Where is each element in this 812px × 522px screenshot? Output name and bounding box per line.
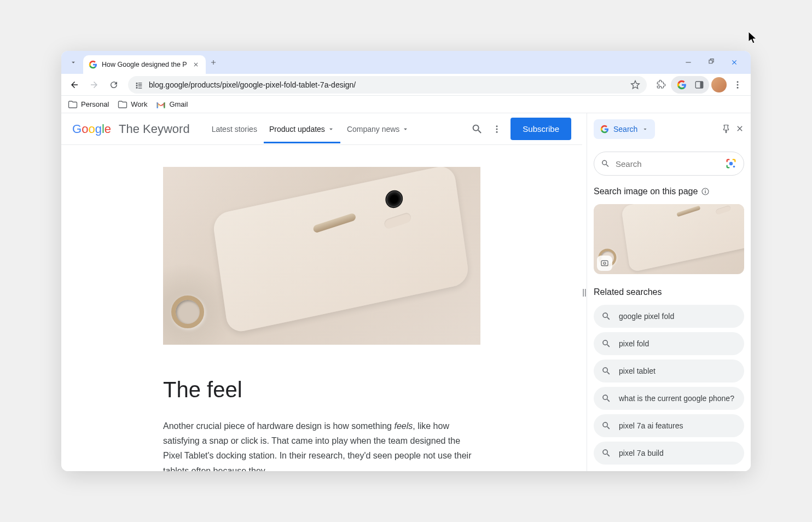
svg-point-8	[496, 131, 498, 132]
site-search-icon[interactable]	[471, 123, 483, 135]
page-image-thumbnail[interactable]	[594, 204, 744, 274]
subscribe-button[interactable]: Subscribe	[511, 118, 571, 140]
maximize-button[interactable]	[705, 56, 718, 69]
tab-close-icon[interactable]	[192, 60, 200, 69]
svg-point-10	[733, 166, 735, 168]
bookmark-star-icon[interactable]	[630, 80, 640, 90]
related-search-item[interactable]: google pixel fold	[594, 305, 744, 328]
search-icon	[601, 339, 611, 349]
google-favicon-icon	[89, 60, 97, 69]
folder-icon	[118, 100, 127, 109]
browser-tab[interactable]: How Google designed the P	[83, 55, 206, 74]
gmail-icon	[156, 101, 166, 108]
related-search-item[interactable]: pixel 7a ai features	[594, 414, 744, 437]
article: The feel Another crucial piece of hardwa…	[163, 145, 480, 471]
extensions-icon[interactable]	[652, 76, 670, 94]
search-icon	[601, 393, 611, 403]
site-menu-icon[interactable]	[492, 124, 502, 134]
search-icon	[601, 311, 611, 321]
section-title-image: Search image on this page	[594, 187, 744, 196]
svg-point-3	[737, 81, 739, 83]
article-paragraph: Another crucial piece of hardware design…	[163, 419, 480, 471]
reload-button[interactable]	[105, 76, 123, 94]
panel-header: Search	[587, 113, 751, 145]
bookmark-work[interactable]: Work	[118, 100, 147, 109]
svg-rect-0	[686, 62, 691, 62]
panel-search-box[interactable]	[594, 152, 744, 176]
search-icon	[601, 448, 611, 458]
related-search-item[interactable]: pixel 7a build	[594, 442, 744, 465]
nav-company-news[interactable]: Company news	[347, 115, 410, 143]
new-tab-button[interactable]	[206, 55, 221, 70]
main-page[interactable]: Google The Keyword Latest stories Produc…	[61, 113, 582, 471]
content-area: Google The Keyword Latest stories Produc…	[61, 113, 751, 471]
site-info-icon[interactable]	[135, 80, 143, 89]
related-search-item[interactable]: pixel tablet	[594, 359, 744, 382]
svg-point-5	[737, 86, 739, 88]
article-heading: The feel	[163, 378, 480, 402]
pin-icon[interactable]	[721, 124, 731, 134]
section-title-related: Related searches	[594, 287, 744, 297]
folder-icon	[68, 100, 78, 109]
svg-point-9	[729, 162, 733, 165]
related-search-item[interactable]: what is the current google phone?	[594, 387, 744, 410]
side-panel: Search Search image on this page	[587, 113, 751, 471]
url-text: blog.google/products/pixel/google-pixel-…	[149, 80, 625, 89]
browser-window: How Google designed the P blog.google/pr…	[61, 51, 751, 471]
forward-button[interactable]	[85, 76, 103, 94]
bookmark-label: Personal	[81, 100, 109, 108]
panel-resize-handle[interactable]: ||	[582, 113, 587, 471]
panel-mode-chip[interactable]: Search	[594, 119, 655, 139]
svg-point-6	[496, 125, 498, 127]
address-bar[interactable]: blog.google/products/pixel/google-pixel-…	[128, 76, 647, 94]
close-window-button[interactable]	[728, 56, 741, 69]
search-icon	[601, 366, 611, 376]
site-header: Google The Keyword Latest stories Produc…	[61, 113, 582, 145]
hero-image	[163, 167, 480, 345]
chrome-menu-icon[interactable]	[729, 76, 746, 94]
bookmarks-bar: Personal Work Gmail	[61, 96, 751, 113]
svg-point-13	[705, 189, 706, 190]
bookmark-label: Work	[131, 100, 147, 108]
close-panel-icon[interactable]	[735, 124, 744, 134]
info-icon[interactable]	[701, 187, 710, 196]
panel-body: Search image on this page Related search…	[587, 145, 751, 471]
bookmark-gmail[interactable]: Gmail	[156, 100, 188, 108]
tab-search-dropdown[interactable]	[66, 55, 81, 70]
tab-strip: How Google designed the P	[61, 51, 751, 74]
related-search-item[interactable]: pixel fold	[594, 332, 744, 355]
site-nav: Latest stories Product updates Company n…	[212, 115, 410, 143]
nav-latest-stories[interactable]: Latest stories	[212, 115, 257, 143]
google-lens-icon[interactable]	[725, 158, 737, 170]
bookmark-label: Gmail	[169, 100, 188, 108]
minimize-button[interactable]	[682, 56, 695, 69]
svg-point-7	[496, 128, 498, 130]
svg-point-15	[604, 262, 606, 264]
svg-rect-12	[705, 191, 706, 194]
toolbar: blog.google/products/pixel/google-pixel-…	[61, 74, 751, 96]
bookmark-personal[interactable]: Personal	[68, 100, 109, 109]
svg-point-4	[737, 84, 739, 85]
svg-rect-14	[601, 260, 608, 265]
lens-search-icon[interactable]	[597, 256, 612, 271]
side-panel-toggle-group	[671, 76, 709, 94]
back-button[interactable]	[66, 76, 83, 94]
tab-title: How Google designed the P	[102, 61, 187, 68]
google-side-search-button[interactable]	[673, 76, 691, 94]
svg-rect-2	[700, 82, 703, 88]
search-icon	[601, 159, 610, 169]
profile-avatar[interactable]	[710, 76, 728, 94]
side-panel-icon[interactable]	[692, 76, 707, 94]
nav-product-updates[interactable]: Product updates	[269, 115, 335, 143]
google-logo[interactable]: Google	[72, 122, 111, 136]
search-icon	[601, 421, 611, 431]
site-title[interactable]: The Keyword	[119, 122, 190, 136]
panel-search-input[interactable]	[616, 159, 720, 169]
